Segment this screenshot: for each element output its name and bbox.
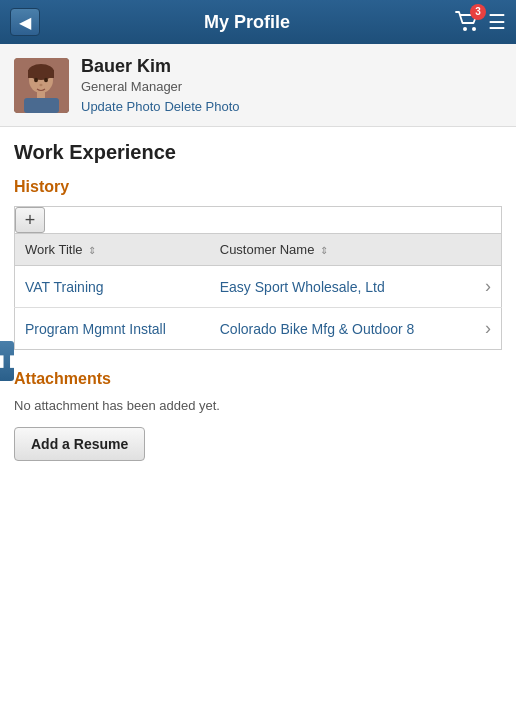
svg-point-1 [472, 27, 476, 31]
col-work-title: Work Title ⇕ [15, 234, 210, 266]
work-experience-title: Work Experience [14, 141, 502, 164]
header-actions: 3 ☰ [454, 10, 506, 35]
col-customer-name: Customer Name ⇕ [210, 234, 470, 266]
profile-name: Bauer Kim [81, 56, 240, 77]
back-icon: ◀ [19, 13, 31, 32]
work-title-cell-2: Program Mgmnt Install [15, 308, 210, 350]
col-arrow-header [469, 234, 501, 266]
side-tab[interactable]: ❚❚ [0, 341, 14, 381]
attachments-section: Attachments No attachment has been added… [14, 370, 502, 461]
profile-section: Bauer Kim General Manager Update Photo D… [0, 44, 516, 127]
update-photo-link[interactable]: Update Photo [81, 99, 161, 114]
table-header-row: Work Title ⇕ Customer Name ⇕ [15, 234, 502, 266]
col-work-title-sort[interactable]: ⇕ [88, 245, 96, 256]
app-header: ◀ My Profile 3 ☰ [0, 0, 516, 44]
profile-info: Bauer Kim General Manager Update Photo D… [81, 56, 240, 114]
work-title-cell-1: VAT Training [15, 266, 210, 308]
attachments-subtitle: Attachments [14, 370, 502, 388]
avatar [14, 58, 69, 113]
back-button[interactable]: ◀ [10, 8, 40, 36]
row-arrow-1: › [469, 266, 501, 308]
main-content: Work Experience History + Work Title ⇕ C… [0, 127, 516, 475]
page-title: My Profile [204, 12, 290, 33]
avatar-image [14, 58, 69, 113]
side-tab-icon: ❚❚ [0, 354, 18, 368]
svg-rect-9 [37, 92, 45, 99]
history-subtitle: History [14, 178, 502, 196]
svg-point-6 [34, 77, 38, 81]
table-row[interactable]: Program Mgmnt Install Colorado Bike Mfg … [15, 308, 502, 350]
col-work-title-label: Work Title [25, 242, 83, 257]
add-work-button[interactable]: + [15, 207, 45, 233]
svg-rect-5 [28, 70, 54, 78]
row-arrow-2: › [469, 308, 501, 350]
customer-name-cell-1: Easy Sport Wholesale, Ltd [210, 266, 470, 308]
cart-button[interactable]: 3 [454, 10, 480, 35]
profile-links: Update Photo Delete Photo [81, 98, 240, 114]
svg-point-0 [463, 27, 467, 31]
add-resume-button[interactable]: Add a Resume [14, 427, 145, 461]
cart-badge: 3 [470, 4, 486, 20]
profile-job-title: General Manager [81, 79, 240, 94]
add-row: + [15, 207, 502, 234]
svg-point-7 [44, 77, 48, 81]
work-table: + Work Title ⇕ Customer Name ⇕ VAT Train… [14, 206, 502, 350]
no-attachment-message: No attachment has been added yet. [14, 398, 502, 413]
customer-name-cell-2: Colorado Bike Mfg & Outdoor 8 [210, 308, 470, 350]
menu-button[interactable]: ☰ [488, 10, 506, 34]
delete-photo-link[interactable]: Delete Photo [164, 99, 239, 114]
svg-rect-10 [24, 98, 59, 113]
col-customer-name-sort[interactable]: ⇕ [320, 245, 328, 256]
svg-point-8 [40, 83, 43, 85]
col-customer-name-label: Customer Name [220, 242, 315, 257]
table-row[interactable]: VAT Training Easy Sport Wholesale, Ltd › [15, 266, 502, 308]
